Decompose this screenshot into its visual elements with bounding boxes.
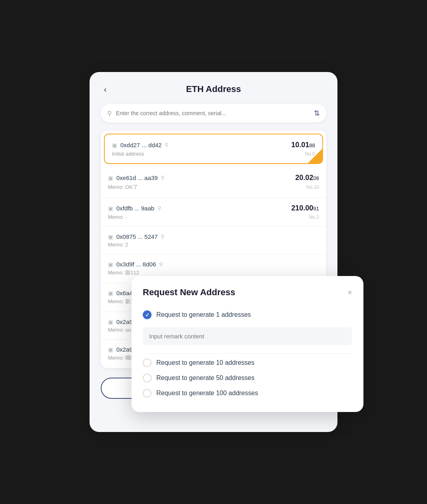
- copy-icon[interactable]: ▣: [108, 290, 113, 296]
- copy-icon[interactable]: ▣: [108, 205, 113, 212]
- address-text: 0x3d9f ... 8d06: [116, 261, 156, 268]
- address-item[interactable]: ▣ 0xdd27 ... dd42 ⚲ 10.0188 Initial addr…: [104, 134, 323, 164]
- memo-text: Memo: uu: [108, 327, 131, 333]
- memo-text: Initial address: [112, 151, 144, 157]
- search-address-icon[interactable]: ⚲: [161, 175, 165, 181]
- header: ‹ ETH Address: [101, 84, 326, 94]
- address-text: 0xdd27 ... dd42: [120, 142, 162, 148]
- back-button[interactable]: ‹: [101, 83, 110, 96]
- memo-text: Memo: 圆112: [108, 269, 139, 276]
- copy-icon[interactable]: ▣: [108, 319, 113, 325]
- memo-text: Memo: OK了: [108, 184, 138, 191]
- modal-close-button[interactable]: ×: [347, 288, 352, 296]
- modal-option: Request to generate 10 addresses: [143, 355, 352, 370]
- main-card: ‹ ETH Address ⚲ ⇅ ▣ 0xdd27 ... dd42 ⚲ 10…: [90, 72, 337, 432]
- radio-circle-3[interactable]: [143, 389, 152, 398]
- radio-option-2[interactable]: Request to generate 50 addresses: [143, 370, 352, 386]
- radio-label-2: Request to generate 50 addresses: [156, 374, 255, 382]
- radio-circle-0[interactable]: [143, 310, 152, 319]
- search-address-icon[interactable]: ⚲: [161, 234, 165, 240]
- address-item[interactable]: ▣ 0x0875 ... 5247 ⚲ Memo: 2: [101, 227, 326, 254]
- request-modal: Request New Address × Request to generat…: [132, 276, 363, 412]
- modal-header: Request New Address ×: [143, 287, 352, 298]
- memo-text: Memo: -: [108, 214, 127, 220]
- remark-input[interactable]: [143, 327, 352, 345]
- modal-title: Request New Address: [143, 287, 235, 298]
- modal-options: Request to generate 1 addresses Request …: [143, 307, 352, 401]
- search-address-icon[interactable]: ⚲: [165, 142, 169, 148]
- radio-option-1[interactable]: Request to generate 10 addresses: [143, 355, 352, 370]
- amount: 20.0208: [295, 174, 319, 182]
- radio-label-0: Request to generate 1 addresses: [156, 311, 251, 318]
- memo-text: Memo: 2: [108, 242, 128, 248]
- copy-icon[interactable]: ▣: [108, 175, 113, 181]
- filter-icon[interactable]: ⇅: [314, 109, 320, 118]
- address-item[interactable]: ▣ 0xfdfb ... 9aab ⚲ 210.0091 Memo: - No.…: [101, 198, 326, 227]
- search-address-icon[interactable]: ⚲: [159, 261, 163, 267]
- serial-num: No.10: [306, 184, 319, 190]
- serial-num: No.2: [309, 214, 319, 220]
- radio-circle-2[interactable]: [143, 374, 152, 382]
- amount: 210.0091: [291, 204, 319, 212]
- copy-icon[interactable]: ▣: [108, 261, 113, 268]
- memo-text: Memo: 新1: [108, 298, 134, 305]
- search-input[interactable]: [116, 110, 310, 116]
- modal-option: Request to generate 50 addresses: [143, 370, 352, 386]
- modal-option: Request to generate 100 addresses: [143, 386, 352, 401]
- radio-option-0[interactable]: Request to generate 1 addresses: [143, 307, 352, 322]
- selected-badge: [308, 149, 322, 163]
- radio-option-3[interactable]: Request to generate 100 addresses: [143, 386, 352, 401]
- search-address-icon[interactable]: ⚲: [158, 205, 162, 211]
- address-item[interactable]: ▣ 0xe61d ... aa39 ⚲ 20.0208 Memo: OK了 No…: [101, 167, 326, 198]
- search-bar: ⚲ ⇅: [101, 104, 326, 122]
- search-icon: ⚲: [107, 110, 112, 117]
- modal-option: Request to generate 1 addresses: [143, 307, 352, 322]
- radio-label-3: Request to generate 100 addresses: [156, 390, 258, 397]
- copy-icon[interactable]: ▣: [108, 346, 113, 353]
- radio-label-1: Request to generate 10 addresses: [156, 359, 255, 366]
- radio-circle-1[interactable]: [143, 358, 152, 367]
- copy-icon[interactable]: ▣: [108, 234, 113, 240]
- page-title: ETH Address: [186, 84, 241, 94]
- divider: [143, 353, 352, 354]
- copy-icon[interactable]: ▣: [112, 142, 117, 148]
- amount: 10.0188: [291, 141, 315, 149]
- remark-input-wrapper: [143, 322, 352, 354]
- address-text: 0xe61d ... aa39: [116, 174, 158, 181]
- address-text: 0x0875 ... 5247: [116, 233, 158, 240]
- address-text: 0xfdfb ... 9aab: [116, 205, 154, 212]
